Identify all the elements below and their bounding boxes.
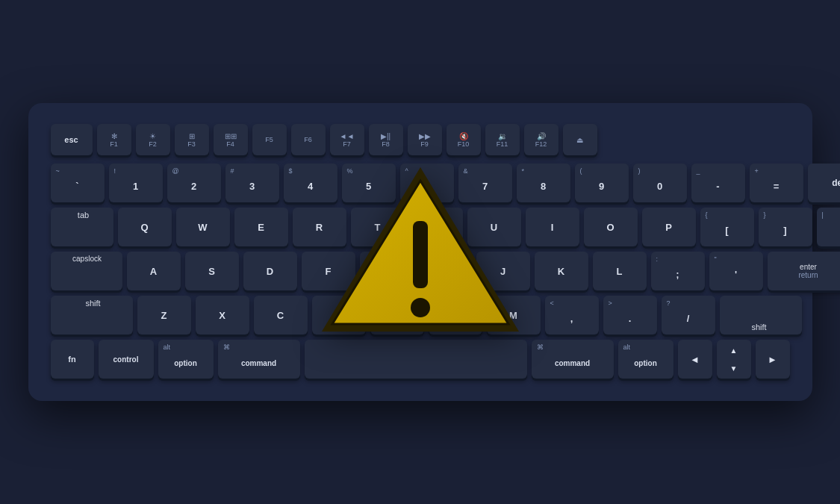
key-arrow-up-down[interactable]: ▲ ▼ bbox=[717, 340, 751, 379]
key-z[interactable]: Z bbox=[137, 296, 191, 335]
key-p[interactable]: P bbox=[642, 208, 696, 246]
key-slash[interactable]: ? / bbox=[662, 296, 715, 335]
key-backslash[interactable]: | \ bbox=[817, 208, 841, 246]
key-tab[interactable]: tab bbox=[51, 208, 113, 246]
key-period[interactable]: > . bbox=[603, 296, 657, 335]
key-v[interactable]: V bbox=[312, 296, 366, 335]
key-5[interactable]: % 5 bbox=[342, 164, 396, 202]
key-f3[interactable]: ⊞ F3 bbox=[175, 124, 209, 155]
key-backtick[interactable]: ~ ` bbox=[51, 164, 105, 202]
key-7[interactable]: & 7 bbox=[458, 164, 512, 202]
key-m[interactable]: M bbox=[487, 296, 541, 335]
key-f2[interactable]: ☀ F2 bbox=[136, 124, 170, 155]
key-j[interactable]: J bbox=[476, 252, 530, 290]
key-k[interactable]: K bbox=[535, 252, 588, 290]
key-w[interactable]: W bbox=[176, 208, 230, 246]
key-1[interactable]: ! 1 bbox=[109, 164, 163, 202]
key-3[interactable]: # 3 bbox=[225, 164, 279, 202]
key-b[interactable]: B bbox=[370, 296, 424, 335]
key-o[interactable]: O bbox=[584, 208, 638, 246]
key-9[interactable]: ( 9 bbox=[575, 164, 629, 202]
key-spacebar[interactable] bbox=[305, 340, 527, 379]
key-shift-left[interactable]: shift bbox=[51, 296, 133, 335]
key-f4[interactable]: ⊞⊞ F4 bbox=[214, 124, 248, 155]
key-8[interactable]: * 8 bbox=[517, 164, 570, 202]
key-f8[interactable]: ▶|| F8 bbox=[369, 124, 403, 155]
key-n[interactable]: N bbox=[429, 296, 482, 335]
key-e[interactable]: E bbox=[234, 208, 288, 246]
key-d[interactable]: D bbox=[243, 252, 297, 290]
key-g[interactable]: G bbox=[360, 252, 414, 290]
key-arrow-right[interactable]: ► bbox=[756, 340, 790, 379]
key-delete[interactable]: delete bbox=[808, 164, 841, 202]
key-esc[interactable]: esc bbox=[51, 124, 93, 155]
key-minus[interactable]: _ - bbox=[691, 164, 745, 202]
key-quote[interactable]: " ' bbox=[709, 252, 763, 290]
key-f5[interactable]: F5 bbox=[252, 124, 287, 155]
key-2[interactable]: @ 2 bbox=[167, 164, 221, 202]
key-a[interactable]: A bbox=[127, 252, 181, 290]
key-enter[interactable]: enter return bbox=[768, 252, 841, 290]
key-eject[interactable]: ⏏ bbox=[563, 124, 597, 155]
keyboard-container: esc ✻ F1 ☀ F2 ⊞ F3 ⊞⊞ F4 F5 F6 bbox=[28, 103, 812, 401]
key-6[interactable]: ^ 6 bbox=[400, 164, 454, 202]
key-shift-right[interactable]: shift bbox=[720, 296, 802, 335]
key-fn[interactable]: fn bbox=[51, 340, 94, 379]
key-bracket-left[interactable]: { [ bbox=[700, 208, 754, 246]
keyboard-rows: esc ✻ F1 ☀ F2 ⊞ F3 ⊞⊞ F4 F5 F6 bbox=[51, 124, 790, 379]
key-q[interactable]: Q bbox=[118, 208, 172, 246]
caps-row: capslock A S D F G H J K bbox=[51, 252, 790, 290]
key-h[interactable]: H bbox=[418, 252, 472, 290]
bottom-row: fn control alt option ⌘ command ⌘ comman… bbox=[51, 340, 790, 379]
key-u[interactable]: U bbox=[467, 208, 521, 246]
key-i[interactable]: I bbox=[526, 208, 579, 246]
key-r[interactable]: R bbox=[293, 208, 346, 246]
key-option-right[interactable]: alt option bbox=[618, 340, 673, 379]
key-option-left[interactable]: alt option bbox=[158, 340, 214, 379]
key-s[interactable]: S bbox=[185, 252, 239, 290]
key-f12[interactable]: 🔊 F12 bbox=[524, 124, 559, 155]
key-comma[interactable]: < , bbox=[545, 296, 599, 335]
tab-row: tab Q W E R T Y U I bbox=[51, 208, 790, 246]
key-t[interactable]: T bbox=[351, 208, 405, 246]
key-y[interactable]: Y bbox=[409, 208, 463, 246]
key-4[interactable]: $ 4 bbox=[284, 164, 337, 202]
key-equals[interactable]: + = bbox=[750, 164, 803, 202]
key-0[interactable]: ) 0 bbox=[633, 164, 687, 202]
key-f1[interactable]: ✻ F1 bbox=[97, 124, 131, 155]
key-control[interactable]: control bbox=[99, 340, 154, 379]
key-arrow-left[interactable]: ◄ bbox=[678, 340, 712, 379]
key-f7[interactable]: ◄◄ F7 bbox=[330, 124, 364, 155]
key-l[interactable]: L bbox=[593, 252, 647, 290]
num-row: ~ ` ! 1 @ 2 # 3 $ 4 % 5 bbox=[51, 164, 790, 202]
key-x[interactable]: X bbox=[196, 296, 249, 335]
key-f10[interactable]: 🔇 F10 bbox=[447, 124, 481, 155]
key-capslock[interactable]: capslock bbox=[51, 252, 122, 290]
fn-row: esc ✻ F1 ☀ F2 ⊞ F3 ⊞⊞ F4 F5 F6 bbox=[51, 124, 790, 155]
key-semicolon[interactable]: : ; bbox=[651, 252, 705, 290]
key-c[interactable]: C bbox=[254, 296, 308, 335]
key-command-left[interactable]: ⌘ command bbox=[218, 340, 300, 379]
shift-row: shift Z X C V B N M < bbox=[51, 296, 790, 335]
key-f[interactable]: F bbox=[302, 252, 355, 290]
key-f11[interactable]: 🔉 F11 bbox=[485, 124, 520, 155]
key-f9[interactable]: ▶▶ F9 bbox=[408, 124, 442, 155]
key-f6[interactable]: F6 bbox=[291, 124, 326, 155]
key-command-right[interactable]: ⌘ command bbox=[532, 340, 614, 379]
key-bracket-right[interactable]: } ] bbox=[759, 208, 812, 246]
